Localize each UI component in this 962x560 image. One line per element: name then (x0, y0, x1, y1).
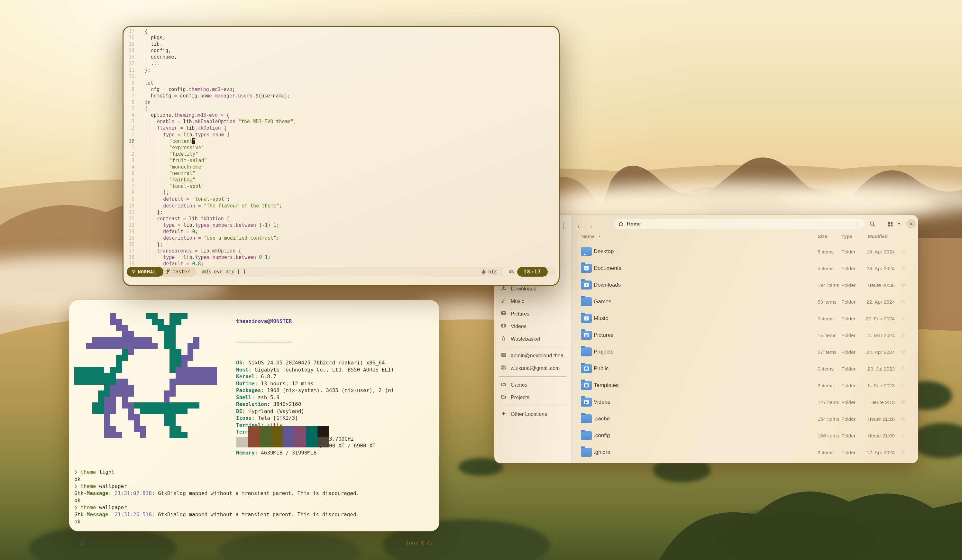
code-line[interactable]: 13username, (124, 54, 557, 60)
star-icon[interactable]: ☆ (901, 298, 906, 305)
logo-pixel (98, 408, 104, 415)
logo-pixel (92, 397, 98, 403)
code-line[interactable]: 13type = lib.types.numbers.between (-1) … (124, 222, 557, 228)
code-line[interactable]: 12... (124, 60, 557, 66)
star-icon[interactable]: ☆ (901, 332, 906, 338)
code-line[interactable]: 4"monochrome" (124, 164, 557, 170)
file-row[interactable]: ♪Music0 itemsFolder22. Feb 2024☆ (494, 310, 918, 327)
star-icon[interactable]: ☆ (901, 265, 906, 271)
column-header-type[interactable]: Type (841, 234, 852, 239)
code-line[interactable]: 16pkgs, (124, 34, 557, 41)
code-line[interactable]: 10 (124, 73, 557, 80)
star-icon[interactable]: ☆ (901, 365, 906, 372)
fetch-colon: : (255, 381, 261, 387)
code-line[interactable]: 1"expressive" (124, 144, 557, 151)
code-line[interactable]: 3"fruit-salad" (124, 157, 557, 164)
file-row[interactable]: Projects67 itemsFolder24. Apr 2024☆ (494, 344, 918, 361)
logo-pixel (176, 331, 182, 337)
code-line[interactable]: 1type = lib.types.enum [ (124, 132, 557, 138)
file-row[interactable]: ☻Public0 itemsFolder20. Jul 2023☆ (494, 361, 918, 377)
code-line[interactable]: 2flavour = lib.mkOption { (124, 125, 557, 131)
code-line[interactable]: 6in (124, 99, 557, 105)
logo-pixel (146, 337, 152, 343)
logo-pixel (134, 408, 140, 415)
code-line[interactable]: 6"rainbow" (124, 177, 557, 183)
logo-pixel (92, 331, 98, 337)
code-line[interactable]: 11}; (124, 209, 557, 216)
code-line[interactable]: 14default = 0; (124, 228, 557, 235)
code-line[interactable]: 11}: (124, 67, 557, 73)
code-line[interactable]: 10description = "The flavour of the them… (124, 203, 557, 209)
indent-guide (151, 248, 157, 254)
star-icon[interactable]: ☆ (901, 432, 906, 439)
star-icon[interactable]: ☆ (901, 281, 906, 288)
code-line[interactable]: 3enable = lib.mkEnableOption "the MD3-EV… (124, 118, 557, 125)
file-row[interactable]: .cache154 itemsFolderHeute 21:28☆ (494, 411, 918, 428)
column-header-modified[interactable]: Modified (868, 234, 888, 239)
code-line[interactable]: 5{ (124, 105, 557, 112)
code-line[interactable]: 9let (124, 80, 557, 86)
logo-pixel (81, 313, 87, 320)
path-menu-icon[interactable]: ⋮ (855, 220, 861, 228)
code-line[interactable]: 17{ (124, 28, 557, 34)
code-line[interactable]: 8]; (124, 189, 557, 196)
code-line[interactable]: 5"neutral" (124, 170, 557, 177)
line-number: 14 (124, 47, 138, 54)
search-button[interactable] (869, 221, 875, 228)
logo-pixel (181, 438, 187, 444)
star-icon[interactable]: ☆ (901, 349, 906, 355)
grid-view-button[interactable] (888, 222, 893, 226)
code-line[interactable]: 16}; (124, 241, 557, 248)
terminal-text: wallpaper (96, 483, 127, 489)
star-icon[interactable]: ☆ (901, 248, 906, 255)
file-row[interactable]: ▦Pictures15 itemsFolder4. Mär 2024☆ (494, 327, 918, 344)
file-row[interactable]: ⊞Templates3 itemsFolder5. Sep 2023☆ (494, 377, 918, 394)
code-token: ; (227, 196, 230, 202)
code-line[interactable]: 17transparency = lib.mkOption { (124, 248, 557, 254)
chevron-down-icon[interactable]: ▾ (898, 221, 900, 226)
code-line[interactable]: 4options.theming.md3-evo = { (124, 112, 557, 118)
star-icon[interactable]: ☆ (901, 449, 906, 455)
logo-pixel (181, 432, 187, 438)
code-line[interactable]: 8cfg = config.theming.md3-evo; (124, 86, 557, 93)
folder-icon: ▶ (581, 397, 592, 407)
back-button[interactable]: ‹ (577, 223, 579, 231)
code-line[interactable]: 2"fidelity" (124, 151, 557, 157)
indent-guide (157, 151, 163, 157)
file-row[interactable]: Games53 itemsFolder22. Apr 2024☆ (494, 294, 918, 310)
editor-window[interactable]: 17{16pkgs,15lib,14config,13username,12..… (123, 26, 560, 286)
indent-guide (151, 203, 157, 209)
file-row[interactable]: .config186 itemsFolderHeute 21:09☆ (494, 428, 918, 444)
code-line[interactable]: 18type = lib.types.numbers.between 0 1; (124, 254, 557, 261)
code-line[interactable]: 14config, (124, 47, 557, 54)
sidebar-menu-icon[interactable]: ⋮ (560, 222, 567, 230)
file-row[interactable]: .ghidra3 itemsFolder12. Apr 2024☆ (494, 444, 918, 461)
column-header-name[interactable]: Name (581, 234, 595, 239)
logo-pixel (140, 420, 146, 426)
star-icon[interactable]: ☆ (901, 315, 906, 322)
fetch-label: Uptime (236, 381, 255, 387)
star-icon[interactable]: ☆ (901, 382, 906, 389)
close-button[interactable]: × (906, 219, 916, 229)
path-bar[interactable]: Home ⋮ (614, 219, 865, 229)
code-text: default = 0.8; (138, 261, 204, 267)
forward-button[interactable]: › (590, 223, 592, 231)
code-line[interactable]: 12contrast = lib.mkOption { (124, 216, 557, 222)
terminal-window[interactable]: theaninova@MONSTER ────────────────── OS… (69, 300, 439, 531)
star-icon[interactable]: ☆ (901, 415, 906, 422)
code-line[interactable]: 15description = "Use a modified contrast… (124, 235, 557, 241)
star-icon[interactable]: ☆ (901, 399, 906, 405)
code-line[interactable]: 7homeCfg = config.home-manager.users.${u… (124, 93, 557, 99)
line-number: 16 (124, 241, 138, 248)
column-header-size[interactable]: Size (818, 234, 827, 239)
logo-pixel (164, 414, 170, 420)
code-line[interactable]: 7"tonal-spot" (124, 183, 557, 189)
fetch-separator: ────────────────── (236, 339, 394, 346)
file-row[interactable]: ▶Videos127 itemsFolderHeute 9:13☆ (494, 394, 918, 411)
code-line[interactable]: 18"content" (124, 138, 557, 144)
logo-pixel (128, 397, 134, 403)
code-line[interactable]: 15lib, (124, 41, 557, 47)
code-line[interactable]: 19default = 0.8; (124, 261, 557, 267)
code-line[interactable]: 9default = "tonal-spot"; (124, 196, 557, 202)
logo-pixel (176, 414, 182, 420)
